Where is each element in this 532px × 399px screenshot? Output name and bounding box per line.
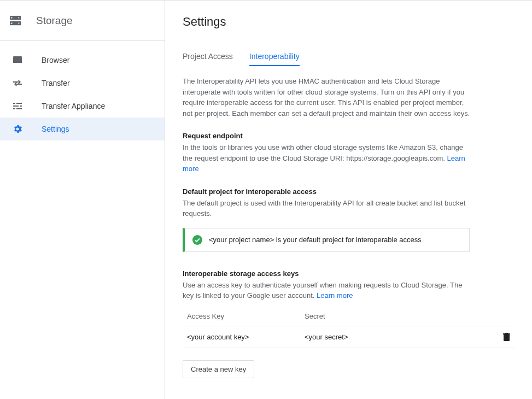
sidebar: Storage Browser Transfer Transfer Applia… (0, 1, 165, 399)
svg-rect-2 (11, 17, 13, 18)
svg-rect-4 (18, 17, 19, 18)
sidebar-item-browser[interactable]: Browser (0, 49, 165, 72)
appliance-icon (12, 102, 23, 110)
svg-rect-8 (16, 103, 22, 104)
default-project-callout: <your project name> is your default proj… (183, 228, 470, 252)
endpoint-heading: Request endpoint (183, 132, 515, 140)
svg-rect-12 (16, 108, 22, 109)
svg-rect-14 (504, 335, 510, 341)
sidebar-item-transfer[interactable]: Transfer (0, 72, 165, 95)
endpoint-text: In the tools or libraries you use with o… (183, 142, 472, 174)
col-action (498, 312, 515, 320)
intro-text: The Interoperability API lets you use HM… (183, 76, 472, 119)
tab-interoperability[interactable]: Interoperability (249, 52, 300, 66)
keys-learn-more-link[interactable]: Learn more (317, 291, 353, 300)
sidebar-header: Storage (0, 1, 165, 41)
transfer-icon (12, 79, 23, 87)
callout-suffix: is your default project for interoperabl… (274, 236, 422, 244)
col-access-key: Access Key (187, 312, 305, 320)
sidebar-item-label: Browser (42, 56, 69, 64)
svg-rect-3 (11, 22, 13, 24)
sidebar-item-label: Settings (42, 125, 69, 133)
svg-rect-16 (505, 333, 508, 334)
svg-rect-6 (13, 56, 22, 58)
table-row: <your account key> <your secret> (183, 326, 515, 348)
gear-icon (12, 125, 23, 133)
tab-project-access[interactable]: Project Access (183, 52, 233, 66)
cell-access-key: <your account key> (187, 333, 305, 341)
delete-key-button[interactable] (498, 333, 515, 341)
sidebar-item-label: Transfer (42, 79, 70, 87)
endpoint-body: In the tools or libraries you use with o… (183, 143, 463, 162)
create-key-button[interactable]: Create a new key (183, 360, 254, 378)
default-project-heading: Default project for interoperable access (183, 187, 515, 196)
sidebar-title: Storage (36, 15, 73, 27)
sidebar-item-transfer-appliance[interactable]: Transfer Appliance (0, 95, 165, 118)
callout-text: <your project name> is your default proj… (209, 236, 422, 244)
check-icon (192, 235, 202, 245)
table-header: Access Key Secret (183, 308, 515, 326)
svg-point-13 (192, 235, 202, 245)
sidebar-item-label: Transfer Appliance (42, 102, 105, 110)
col-secret: Secret (305, 312, 498, 320)
svg-rect-11 (13, 108, 15, 109)
default-project-text: The default project is used with the Int… (183, 198, 472, 219)
storage-icon (10, 15, 21, 26)
keys-table: Access Key Secret <your account key> <yo… (183, 308, 515, 348)
tabs: Project Access Interoperability (183, 52, 515, 66)
keys-heading: Interoperable storage access keys (183, 269, 515, 278)
svg-rect-7 (13, 103, 15, 104)
trash-icon (503, 333, 510, 341)
svg-rect-10 (20, 105, 22, 107)
svg-rect-5 (18, 22, 19, 24)
browser-icon (12, 56, 23, 64)
cell-secret: <your secret> (305, 333, 498, 341)
sidebar-nav: Browser Transfer Transfer Appliance Sett… (0, 41, 165, 140)
sidebar-item-settings[interactable]: Settings (0, 118, 165, 140)
svg-rect-9 (13, 105, 19, 107)
page-title: Settings (183, 15, 515, 29)
keys-text: Use an access key to authenticate yourse… (183, 280, 472, 301)
callout-project-name: <your project name> (209, 236, 274, 244)
main-content: Settings Project Access Interoperability… (165, 1, 532, 399)
